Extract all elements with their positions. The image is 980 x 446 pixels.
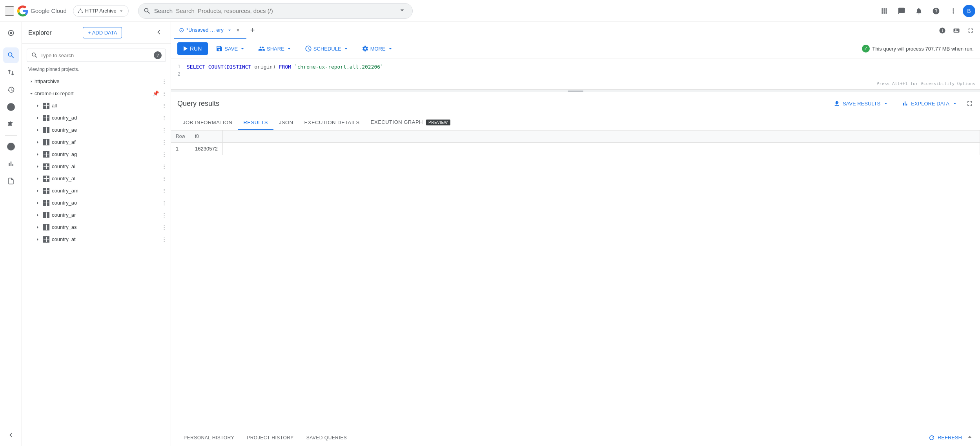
tree-item-all[interactable]: all ⋮ bbox=[22, 100, 171, 112]
history-tab-saved[interactable]: SAVED QUERIES bbox=[300, 429, 353, 446]
expand-toggle-country_ar[interactable] bbox=[35, 212, 41, 218]
save-button[interactable]: SAVE bbox=[211, 42, 250, 55]
tree-item-chrome-ux-report[interactable]: chrome-ux-report 📌 ⋮ bbox=[22, 87, 171, 100]
tree-item-country_af[interactable]: country_af ⋮ bbox=[22, 136, 171, 148]
sidebar-pin-button[interactable] bbox=[3, 25, 19, 41]
sidebar-history-button[interactable] bbox=[3, 82, 19, 98]
table-icon-country_ad bbox=[43, 115, 49, 121]
expand-toggle-country_af[interactable] bbox=[35, 139, 41, 145]
tree-item-country_al[interactable]: country_al ⋮ bbox=[22, 172, 171, 185]
sidebar-search-button[interactable] bbox=[3, 47, 19, 63]
explore-data-button[interactable]: EXPLORE DATA bbox=[897, 97, 963, 110]
add-data-button[interactable]: + ADD DATA bbox=[83, 27, 122, 38]
collapse-history-button[interactable] bbox=[966, 433, 974, 442]
tree-item-country_ai[interactable]: country_ai ⋮ bbox=[22, 160, 171, 172]
tab-json[interactable]: JSON bbox=[273, 116, 299, 130]
global-search-bar[interactable]: Search bbox=[138, 3, 413, 19]
global-search-input[interactable] bbox=[176, 7, 396, 14]
menu-all[interactable]: ⋮ bbox=[161, 102, 168, 109]
expand-httparchive-toggle[interactable] bbox=[28, 78, 35, 85]
tree-item-country_am[interactable]: country_am ⋮ bbox=[22, 185, 171, 197]
close-tab-button[interactable]: × bbox=[235, 27, 242, 34]
more-button[interactable]: MORE bbox=[357, 42, 398, 55]
refresh-button[interactable]: REFRESH bbox=[924, 432, 966, 444]
menu-country_am[interactable]: ⋮ bbox=[161, 187, 168, 194]
menu-country_ar[interactable]: ⋮ bbox=[161, 211, 168, 219]
tree-item-country_ad[interactable]: country_ad ⋮ bbox=[22, 112, 171, 124]
share-button[interactable]: SHARE bbox=[253, 42, 297, 55]
run-button[interactable]: RUN bbox=[177, 42, 208, 55]
tree-item-country_ag[interactable]: country_ag ⋮ bbox=[22, 148, 171, 160]
code-editor[interactable]: 1 SELECT COUNT(DISTINCT origin) FROM `ch… bbox=[171, 58, 980, 90]
expand-toggle-country_ai[interactable] bbox=[35, 163, 41, 170]
expand-toggle-country_as[interactable] bbox=[35, 224, 41, 230]
tab-execution-details[interactable]: EXECUTION DETAILS bbox=[299, 116, 365, 130]
schedule-dropdown-icon bbox=[343, 45, 349, 52]
notifications-button[interactable] bbox=[911, 3, 927, 19]
expand-toggle-country_al[interactable] bbox=[35, 176, 41, 182]
collapse-explorer-button[interactable] bbox=[153, 27, 164, 39]
tree-item-country_ao[interactable]: country_ao ⋮ bbox=[22, 197, 171, 209]
tab-results[interactable]: RESULTS bbox=[238, 116, 273, 130]
table-icon-country_am bbox=[43, 188, 49, 194]
sidebar-transfer-button[interactable] bbox=[3, 65, 19, 80]
info-icon bbox=[939, 27, 946, 34]
more-label: MORE bbox=[370, 46, 386, 52]
menu-country_ad[interactable]: ⋮ bbox=[161, 114, 168, 121]
tree-item-country_ae[interactable]: country_ae ⋮ bbox=[22, 124, 171, 136]
schedule-button[interactable]: SCHEDULE bbox=[300, 42, 354, 55]
menu-country_ai[interactable]: ⋮ bbox=[161, 163, 168, 170]
query-tab-unsaved[interactable]: ⊙ *Unsaved … ery × bbox=[174, 22, 246, 39]
expand-toggle-all[interactable] bbox=[35, 103, 41, 109]
expand-chrome-ux-toggle[interactable] bbox=[28, 91, 35, 97]
expand-toggle-country_ae[interactable] bbox=[35, 127, 41, 133]
search-dropdown-button[interactable] bbox=[397, 5, 408, 17]
sidebar-doc-button[interactable] bbox=[3, 173, 19, 189]
tree-item-country_ar[interactable]: country_ar ⋮ bbox=[22, 209, 171, 221]
tab-job-information[interactable]: JOB INFORMATION bbox=[177, 116, 238, 130]
menu-country_ae[interactable]: ⋮ bbox=[161, 126, 168, 134]
tab-info-button[interactable] bbox=[936, 24, 949, 37]
tab-keyboard-button[interactable] bbox=[950, 24, 963, 37]
expand-toggle-country_ao[interactable] bbox=[35, 200, 41, 206]
chrome-ux-pin-button[interactable]: 📌 bbox=[152, 90, 160, 97]
save-results-button[interactable]: SAVE RESULTS bbox=[829, 97, 894, 110]
explorer-search-box[interactable]: ? bbox=[27, 49, 166, 62]
sidebar-collapse-button[interactable] bbox=[3, 427, 19, 443]
label-country_ag: country_ag bbox=[52, 151, 161, 157]
history-tab-personal[interactable]: PERSONAL HISTORY bbox=[177, 429, 240, 446]
user-avatar-button[interactable]: B bbox=[963, 5, 975, 17]
menu-country_af[interactable]: ⋮ bbox=[161, 138, 168, 146]
tab-execution-graph[interactable]: EXECUTION GRAPH PREVIEW bbox=[365, 115, 456, 130]
new-tab-button[interactable]: + bbox=[246, 24, 259, 37]
expand-toggle-country_at[interactable] bbox=[35, 236, 41, 243]
menu-country_as[interactable]: ⋮ bbox=[161, 223, 168, 231]
menu-country_ag[interactable]: ⋮ bbox=[161, 150, 168, 158]
menu-country_al[interactable]: ⋮ bbox=[161, 175, 168, 182]
search-help-icon[interactable]: ? bbox=[154, 51, 162, 59]
project-selector[interactable]: HTTP Archive bbox=[73, 5, 129, 17]
chat-button[interactable] bbox=[894, 3, 909, 19]
more-options-button[interactable] bbox=[945, 3, 961, 19]
menu-country_ao[interactable]: ⋮ bbox=[161, 199, 168, 207]
tree-item-country_at[interactable]: country_at ⋮ bbox=[22, 233, 171, 245]
sidebar-dot-button[interactable] bbox=[3, 99, 19, 115]
sidebar-dot2-button[interactable] bbox=[3, 139, 19, 154]
tab-expand-button[interactable] bbox=[964, 24, 977, 37]
expand-toggle-country_ad[interactable] bbox=[35, 115, 41, 121]
expand-collapse-button[interactable] bbox=[966, 100, 974, 107]
history-tab-project[interactable]: PROJECT HISTORY bbox=[240, 429, 300, 446]
tree-item-country_as[interactable]: country_as ⋮ bbox=[22, 221, 171, 233]
expand-toggle-country_ag[interactable] bbox=[35, 151, 41, 158]
apps-button[interactable] bbox=[876, 3, 892, 19]
sidebar-settings-button[interactable] bbox=[3, 116, 19, 132]
explorer-search-input[interactable] bbox=[40, 53, 154, 58]
chrome-ux-menu-button[interactable]: ⋮ bbox=[161, 90, 168, 97]
tree-item-httparchive[interactable]: httparchive ⋮ bbox=[22, 75, 171, 87]
menu-button[interactable] bbox=[5, 6, 14, 16]
sidebar-chart-button[interactable] bbox=[3, 156, 19, 172]
help-button[interactable] bbox=[928, 3, 944, 19]
httparchive-menu-button[interactable]: ⋮ bbox=[161, 78, 168, 85]
menu-country_at[interactable]: ⋮ bbox=[161, 236, 168, 243]
expand-toggle-country_am[interactable] bbox=[35, 188, 41, 194]
